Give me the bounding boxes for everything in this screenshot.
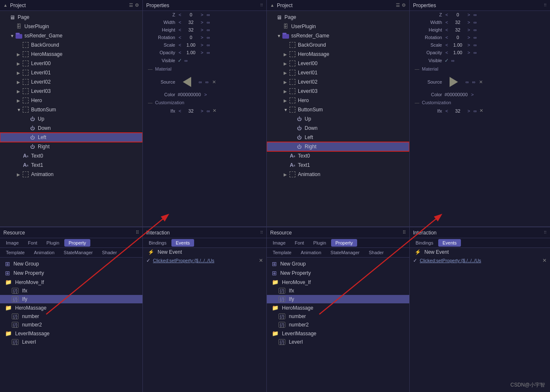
r-tree-item-leveri01[interactable]: ▶ LeverI01 (267, 68, 409, 77)
r-tab-statemanager[interactable]: StateManager (326, 249, 364, 256)
r-event-close[interactable]: ✕ (542, 258, 547, 263)
ifx-close[interactable]: ✕ (213, 108, 216, 113)
res-heromassage[interactable]: 📁 HeroMassage (0, 303, 142, 312)
visible-check[interactable]: ✓ (178, 58, 182, 63)
ropacity-more-btn[interactable]: > (466, 50, 471, 55)
r-tree-item-animation[interactable]: ▶ Animation (267, 170, 409, 179)
r-tree-item-up[interactable]: ⏻ Up (267, 114, 409, 124)
r-res-leverl[interactable]: {/} LeverI (267, 338, 409, 346)
tree-item-up[interactable]: ⏻ Up (0, 114, 142, 124)
tree-item-ssrender[interactable]: ▼ ssRender_Game (0, 31, 142, 40)
rscale-more-btn[interactable]: > (466, 42, 471, 47)
r-res-ifx[interactable]: {/} Ifx (267, 287, 409, 295)
r-event-link[interactable]: Clicked:setProperty:{$./../../Us (420, 258, 481, 263)
ifx-more-btn[interactable]: > (200, 108, 204, 113)
tree-item-page[interactable]: 🖥 Page (0, 13, 142, 22)
ifx-less-btn[interactable]: < (178, 108, 182, 113)
r-res-heromassage[interactable]: 📁 HeroMassage (267, 303, 409, 312)
res-leverlmassage[interactable]: 📁 LeverIMassage (0, 329, 142, 338)
width-less-btn[interactable]: < (178, 20, 182, 25)
rz-less-btn[interactable]: < (445, 12, 449, 17)
res-new-property[interactable]: ⊞ New Property (0, 268, 142, 278)
tab-shader[interactable]: Shader (98, 249, 121, 256)
r-tree-item-leveri03[interactable]: ▶ LeverI03 (267, 87, 409, 96)
r-tree-item-userplugin[interactable]: 🗄 UserPlugin (267, 22, 409, 31)
width-more-btn[interactable]: > (200, 20, 204, 25)
r-tree-item-right[interactable]: ⏻ Right (267, 142, 409, 151)
tree-item-userplugin[interactable]: 🗄 UserPlugin (0, 22, 142, 31)
res-leverl[interactable]: {/} LeverI (0, 338, 142, 346)
tree-item-background[interactable]: BackGround (0, 40, 142, 50)
r-tab-bindings[interactable]: Bindings (411, 239, 437, 247)
tab-template[interactable]: Template (2, 249, 29, 256)
rwidth-less-btn[interactable]: < (445, 20, 449, 25)
rz-more-btn[interactable]: > (466, 12, 471, 17)
r-tree-item-background[interactable]: BackGround (267, 40, 409, 50)
r-tree-item-page[interactable]: 🖥 Page (267, 13, 409, 22)
int-new-event[interactable]: ⚡ New Event (143, 248, 266, 256)
rheight-more-btn[interactable]: > (466, 27, 471, 32)
r-res-number[interactable]: {/} number (267, 312, 409, 321)
r-res-heromove-if[interactable]: 📁 HeroMove_If (267, 278, 409, 287)
r-tree-item-buttonsum[interactable]: ▼ ButtonSum (267, 105, 409, 114)
tab-statemanager[interactable]: StateManager (60, 249, 97, 256)
r-tree-item-hero[interactable]: ▶ Hero (267, 96, 409, 105)
rwidth-more-btn[interactable]: > (466, 20, 471, 25)
r-tree-item-leveri00[interactable]: ▶ LeverI00 (267, 59, 409, 68)
height-less-btn[interactable]: < (178, 27, 182, 32)
r-tab-shader[interactable]: Shader (365, 249, 388, 256)
r-tab-font[interactable]: Font (291, 239, 308, 247)
r-tab-events[interactable]: Events (438, 239, 461, 247)
res-new-group[interactable]: ⊞ New Group (0, 259, 142, 268)
r-tree-item-left[interactable]: ⏻ Left (267, 133, 409, 142)
event-close[interactable]: ✕ (259, 258, 263, 263)
r-tab-image[interactable]: Image (268, 239, 290, 247)
rifx-less-btn[interactable]: < (445, 108, 449, 113)
rifx-more-btn[interactable]: > (466, 108, 471, 113)
z-more-btn[interactable]: > (200, 12, 204, 17)
tree-item-down[interactable]: ⏻ Down (0, 124, 142, 133)
z-less-btn[interactable]: < (178, 12, 182, 17)
r-tree-item-text0[interactable]: Aa Text0 (267, 151, 409, 160)
rscale-less-btn[interactable]: < (445, 42, 449, 47)
r-tab-plugin[interactable]: Plugin (309, 239, 331, 247)
tab-property[interactable]: Property (64, 239, 90, 247)
tab-plugin[interactable]: Plugin (42, 239, 64, 247)
tree-item-heromassage[interactable]: ▶ HeroMassage (0, 50, 142, 59)
rotation-less-btn[interactable]: < (178, 35, 182, 40)
tree-item-left[interactable]: ⏻ Left (0, 133, 142, 142)
tree-item-hero[interactable]: ▶ Hero (0, 96, 142, 105)
r-int-clicked-event[interactable]: ✓ Clicked:setProperty:{$./../../Us ✕ (410, 256, 550, 265)
color-more-btn[interactable]: > (203, 92, 208, 97)
tree-item-leveri00[interactable]: ▶ LeverI00 (0, 59, 142, 68)
r-tab-property[interactable]: Property (331, 239, 357, 247)
r-res-new-property[interactable]: ⊞ New Property (267, 268, 409, 278)
tree-item-leveri01[interactable]: ▶ LeverI01 (0, 68, 142, 77)
int-clicked-event[interactable]: ✓ Clicked:setProperty:{$./../../Us ✕ (143, 256, 266, 265)
rheight-less-btn[interactable]: < (445, 27, 449, 32)
r-tab-animation[interactable]: Animation (297, 249, 326, 256)
tab-events[interactable]: Events (171, 239, 194, 247)
res-number[interactable]: {/} number (0, 312, 142, 321)
rrotation-more-btn[interactable]: > (466, 35, 471, 40)
res-heromove-if[interactable]: 📁 HeroMove_If (0, 278, 142, 287)
source-close[interactable]: ✕ (212, 79, 216, 85)
tree-item-leveri03[interactable]: ▶ LeverI03 (0, 87, 142, 96)
tree-item-buttonsum[interactable]: ▼ ButtonSum (0, 105, 142, 114)
rvisible-check[interactable]: ✓ (445, 58, 449, 63)
tree-item-animation[interactable]: ▶ Animation (0, 170, 142, 179)
tree-item-right[interactable]: ⏻ Right (0, 142, 142, 151)
scale-less-btn[interactable]: < (178, 42, 182, 47)
tab-font[interactable]: Font (24, 239, 42, 247)
tab-image[interactable]: Image (2, 239, 23, 247)
r-tree-item-text1[interactable]: Aa Text1 (267, 160, 409, 170)
rrotation-less-btn[interactable]: < (445, 35, 449, 40)
r-tree-item-leveri02[interactable]: ▶ LeverI02 (267, 77, 409, 87)
r-tree-item-ssrender[interactable]: ▼ ssRender_Game (267, 31, 409, 40)
r-tree-item-down[interactable]: ⏻ Down (267, 124, 409, 133)
rcolor-more-btn[interactable]: > (470, 92, 474, 97)
rifx-close[interactable]: ✕ (479, 108, 483, 113)
r-res-leverlmassage[interactable]: 📁 LeverIMassage (267, 329, 409, 338)
scale-more-btn[interactable]: > (200, 42, 204, 47)
r-res-new-group[interactable]: ⊞ New Group (267, 259, 409, 268)
